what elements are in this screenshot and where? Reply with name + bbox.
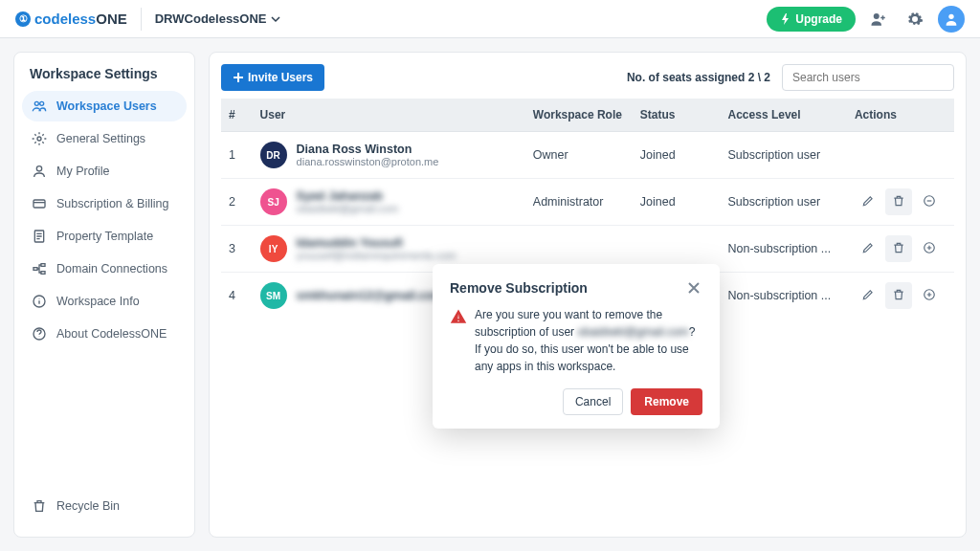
cell-role: Owner xyxy=(525,132,633,179)
sidebar-item-my-profile[interactable]: My Profile xyxy=(22,156,187,187)
row-number: 2 xyxy=(221,179,253,226)
table-row: 1DRDiana Ross Winstondiana.rosswinston@p… xyxy=(221,132,954,179)
edit-button[interactable] xyxy=(855,282,881,309)
svg-point-3 xyxy=(40,101,44,105)
circle-plus-icon xyxy=(923,288,936,304)
settings-button[interactable] xyxy=(902,6,928,33)
chevron-down-icon xyxy=(271,14,280,24)
topbar-divider xyxy=(141,8,142,31)
workspace-name: DRWCodelessONE xyxy=(155,11,267,26)
edit-button[interactable] xyxy=(855,188,881,215)
dialog-cancel-button[interactable]: Cancel xyxy=(563,388,623,415)
seats-assigned-text: No. of seats assigned 2 \ 2 xyxy=(627,71,770,84)
svg-point-1 xyxy=(948,13,953,18)
sidebar-item-property-template[interactable]: Property Template xyxy=(22,221,187,252)
cell-access: Non-subscription ... xyxy=(721,226,847,273)
pencil-icon xyxy=(861,241,875,257)
table-row: 2SJSyed Jahanzabobaidiwkl@gmail.comAdmin… xyxy=(221,179,954,226)
trash-icon xyxy=(32,498,47,514)
svg-rect-10 xyxy=(41,272,45,275)
cell-access: Subscription user xyxy=(721,179,847,226)
upgrade-label: Upgrade xyxy=(795,12,842,26)
cell-actions xyxy=(847,179,954,226)
dialog-title: Remove Subscription xyxy=(450,280,588,296)
cell-actions xyxy=(847,273,954,320)
row-number: 3 xyxy=(221,226,253,273)
svg-rect-9 xyxy=(41,264,45,267)
workspace-picker[interactable]: DRWCodelessONE xyxy=(155,11,280,26)
brand-suffix: ONE xyxy=(96,11,127,27)
dialog-remove-button[interactable]: Remove xyxy=(631,388,702,415)
delete-button[interactable] xyxy=(885,188,912,215)
sidebar-item-domain-connections[interactable]: Domain Connections xyxy=(22,253,187,284)
col-header-role: Workspace Role xyxy=(525,99,633,132)
trash-icon xyxy=(892,288,905,304)
invite-users-button[interactable]: Invite Users xyxy=(221,64,324,91)
edit-button[interactable] xyxy=(855,235,881,262)
cell-status: Joined xyxy=(633,132,721,179)
close-icon xyxy=(687,281,701,295)
sidebar-item-workspace-info[interactable]: Workspace Info xyxy=(22,286,187,317)
upgrade-button[interactable]: Upgrade xyxy=(767,7,856,32)
user-name: Idamuddin Yousufi xyxy=(297,236,457,250)
cell-access: Non-subscription ... xyxy=(721,273,847,320)
card-icon xyxy=(32,196,47,211)
user-email: diana.rosswinston@proton.me xyxy=(297,156,439,167)
svg-point-0 xyxy=(874,13,880,19)
svg-rect-8 xyxy=(33,268,37,271)
dialog-body-text: Are you sure you want to remove the subs… xyxy=(475,306,702,375)
add-subscription-button[interactable] xyxy=(916,282,943,309)
sidebar: Workspace Settings Workspace UsersGenera… xyxy=(13,52,195,538)
sidebar-item-label: Subscription & Billing xyxy=(56,197,168,210)
sidebar-item-general-settings[interactable]: General Settings xyxy=(22,123,187,154)
pencil-icon xyxy=(861,288,875,304)
row-number: 4 xyxy=(221,273,253,320)
main-header: Invite Users No. of seats assigned 2 \ 2 xyxy=(221,64,954,91)
plus-icon xyxy=(233,72,244,83)
sidebar-item-workspace-users[interactable]: Workspace Users xyxy=(22,91,187,121)
cell-role: Administrator xyxy=(525,179,633,226)
invite-label: Invite Users xyxy=(248,71,313,84)
sidebar-item-label: Recycle Bin xyxy=(56,499,120,513)
cell-access: Subscription user xyxy=(721,132,847,179)
add-user-button[interactable] xyxy=(865,6,892,33)
users-icon xyxy=(32,99,47,114)
delete-button[interactable] xyxy=(885,282,912,309)
gear-icon xyxy=(32,131,47,146)
trash-icon xyxy=(892,241,905,257)
col-header-access: Access Level xyxy=(721,99,847,132)
pencil-icon xyxy=(861,194,875,210)
user-email: obaidiwkl@gmail.com xyxy=(297,203,399,214)
brand-logo[interactable]: ① codelessONE xyxy=(15,11,127,27)
delete-button[interactable] xyxy=(885,235,912,262)
sidebar-item-recycle-bin[interactable]: Recycle Bin xyxy=(22,491,187,521)
sidebar-item-subscription-billing[interactable]: Subscription & Billing xyxy=(22,188,187,219)
dialog-close-button[interactable] xyxy=(685,279,702,297)
cell-actions xyxy=(847,226,954,273)
user-avatar: DR xyxy=(260,142,287,168)
user-avatar: IY xyxy=(260,235,287,262)
gear-icon xyxy=(906,11,924,28)
remove-subscription-dialog: Remove Subscription Are you sure you wan… xyxy=(433,264,720,429)
sidebar-item-about-codelessone[interactable]: About CodelessONE xyxy=(22,319,187,349)
dialog-body-user: obaidiwkl@gmail.com xyxy=(577,325,688,339)
cell-status: Joined xyxy=(633,179,721,226)
sidebar-item-label: General Settings xyxy=(56,132,145,145)
person-icon xyxy=(32,164,47,179)
search-input[interactable] xyxy=(782,64,954,91)
sidebar-item-label: Workspace Users xyxy=(56,99,157,113)
cell-user: SJSyed Jahanzabobaidiwkl@gmail.com xyxy=(253,179,525,226)
template-icon xyxy=(32,229,47,244)
cell-user: DRDiana Ross Winstondiana.rosswinston@pr… xyxy=(253,132,525,179)
user-name: Diana Ross Winston xyxy=(297,143,439,156)
trash-icon xyxy=(892,194,905,210)
add-subscription-button[interactable] xyxy=(916,235,943,262)
col-header-user: User xyxy=(253,99,525,132)
domain-icon xyxy=(32,261,47,276)
sidebar-title: Workspace Settings xyxy=(22,66,187,91)
sidebar-item-label: My Profile xyxy=(56,165,110,178)
user-avatar: SM xyxy=(260,282,287,309)
remove-subscription-button[interactable] xyxy=(916,188,943,215)
user-avatar-menu[interactable] xyxy=(938,6,965,33)
logo-mark-icon: ① xyxy=(15,11,31,27)
